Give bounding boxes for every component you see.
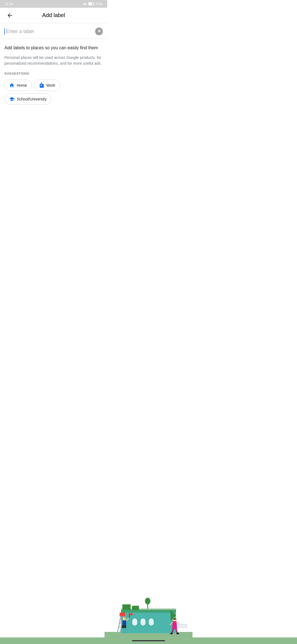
work-chip-label: Work <box>46 83 55 88</box>
app-bar: Add label <box>0 8 107 23</box>
clear-button[interactable]: ✕ <box>95 28 103 35</box>
back-button[interactable] <box>4 10 15 21</box>
search-input-wrapper <box>4 28 95 35</box>
suggestions-label: SUGGESTIONS: <box>4 72 103 75</box>
svg-rect-1 <box>89 3 92 5</box>
label-input[interactable] <box>6 29 95 34</box>
svg-rect-2 <box>94 3 94 4</box>
work-icon <box>38 83 44 88</box>
page-title: Add label <box>15 12 92 18</box>
suggestion-chip-work[interactable]: Work <box>34 80 60 91</box>
battery-percentage: 73% <box>96 2 103 6</box>
battery-icon <box>88 2 94 6</box>
suggestions-row: Home Work School/University <box>4 80 103 105</box>
search-container: ✕ <box>0 23 107 39</box>
status-icons: 73% <box>82 2 103 6</box>
status-time: 11:56 <box>4 2 13 6</box>
add-label-heading: Add labels to places so you can easily f… <box>4 45 103 50</box>
status-bar: 11:56 73% <box>0 0 107 8</box>
clear-icon: ✕ <box>97 29 101 34</box>
wifi-icon <box>82 2 87 6</box>
text-cursor <box>4 28 5 35</box>
main-content: Add labels to places so you can easily f… <box>0 39 107 105</box>
home-chip-label: Home <box>17 83 27 88</box>
suggestion-chip-school[interactable]: School/University <box>4 93 51 105</box>
school-chip-label: School/University <box>17 97 46 101</box>
suggestion-chip-home[interactable]: Home <box>4 80 32 91</box>
school-icon <box>9 96 15 102</box>
add-label-description: Personal places will be used across Goog… <box>4 55 103 66</box>
back-arrow-icon <box>7 12 13 19</box>
home-icon <box>9 83 15 88</box>
